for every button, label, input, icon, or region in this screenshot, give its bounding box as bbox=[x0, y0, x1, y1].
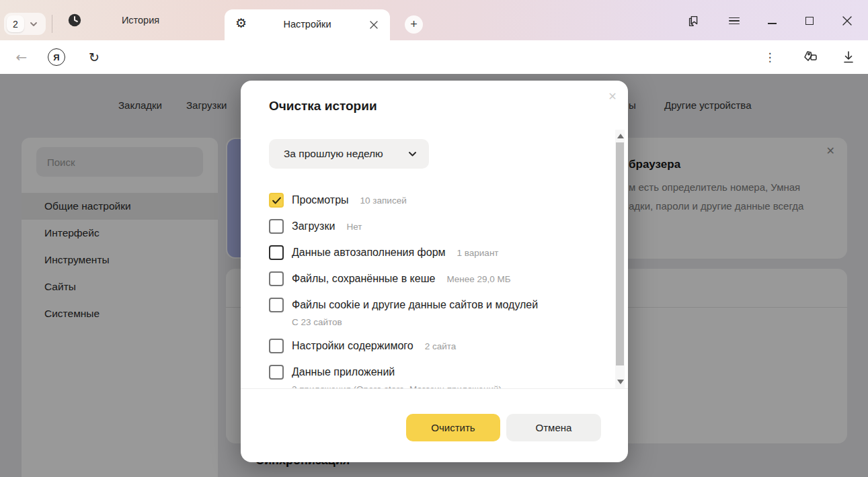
tab-close-icon[interactable] bbox=[367, 18, 381, 32]
clear-item-3: Данные автозаполнения форм1 вариант bbox=[269, 245, 585, 260]
clear-item-7: Данные приложений2 приложения (Opera sto… bbox=[269, 365, 585, 388]
yandex-logo-icon: Я bbox=[48, 48, 65, 66]
reload-button[interactable]: ↻ bbox=[85, 48, 104, 67]
chevron-down-icon[interactable] bbox=[26, 15, 42, 32]
browser-window: 2 История ⚙ Настройки + bbox=[0, 0, 868, 477]
omnibox-menu-button[interactable]: ⋮ bbox=[760, 48, 779, 67]
tab-counter-button[interactable]: 2 bbox=[4, 13, 46, 35]
clear-item-label: Просмотры bbox=[292, 194, 349, 206]
checkbox-checked[interactable] bbox=[269, 193, 284, 208]
chevron-down-icon bbox=[408, 151, 417, 157]
side-panels-button[interactable] bbox=[685, 12, 703, 30]
clear-item-detail: Нет bbox=[346, 222, 362, 232]
kebab-icon: ⋮ bbox=[764, 50, 776, 64]
tab-history[interactable]: История bbox=[59, 0, 222, 40]
scroll-up-icon[interactable] bbox=[617, 134, 624, 138]
close-window-button[interactable] bbox=[838, 12, 856, 30]
maximize-icon bbox=[805, 17, 814, 25]
back-button[interactable]: ← bbox=[12, 48, 31, 67]
page-content: Закладки Загрузки ы Другие устройства Об… bbox=[0, 74, 868, 477]
clear-button[interactable]: Очистить bbox=[406, 414, 500, 441]
dialog-close-icon[interactable]: ✕ bbox=[605, 89, 620, 103]
checkbox-unchecked[interactable] bbox=[269, 271, 284, 286]
clear-item-detail: 2 сайта bbox=[425, 341, 457, 351]
reload-icon: ↻ bbox=[89, 50, 100, 64]
extension-tag-icon bbox=[803, 49, 819, 65]
dialog-title: Очистка истории bbox=[269, 99, 377, 114]
dialog-scrollbar[interactable] bbox=[615, 130, 625, 388]
clear-item-4: Файлы, сохранённые в кешеМенее 29,0 МБ bbox=[269, 271, 585, 286]
checkbox-unchecked[interactable] bbox=[269, 245, 284, 260]
clear-item-label: Файлы, сохранённые в кеше bbox=[292, 273, 435, 285]
clear-item-label: Данные приложений bbox=[292, 366, 395, 378]
clear-item-1: Просмотры10 записей bbox=[269, 193, 585, 208]
clear-history-dialog: ✕ Очистка истории За прошлую неделю Прос… bbox=[241, 81, 628, 462]
downloads-button[interactable] bbox=[839, 48, 858, 67]
scrollbar-thumb[interactable] bbox=[616, 142, 624, 365]
tab-settings-label: Настройки bbox=[225, 19, 390, 30]
minimize-button[interactable] bbox=[763, 12, 781, 30]
clear-item-detail: С 23 сайтов bbox=[292, 317, 585, 327]
footer-divider bbox=[241, 388, 628, 389]
clear-item-2: ЗагрузкиНет bbox=[269, 219, 585, 234]
checkbox-unchecked[interactable] bbox=[269, 298, 284, 312]
dialog-scroll-area: За прошлую неделю Просмотры10 записейЗаг… bbox=[241, 130, 628, 388]
clear-items-list: Просмотры10 записейЗагрузкиНетДанные авт… bbox=[269, 193, 585, 388]
hamburger-bars bbox=[729, 15, 740, 27]
clear-item-label: Настройки содержимого bbox=[292, 340, 413, 352]
tab-count: 2 bbox=[7, 15, 24, 32]
clear-item-5: Файлы cookie и другие данные сайтов и мо… bbox=[269, 298, 585, 327]
clear-item-detail: 1 вариант bbox=[457, 248, 499, 258]
tab-settings[interactable]: ⚙ Настройки bbox=[225, 9, 390, 40]
clear-item-label: Файлы cookie и другие данные сайтов и мо… bbox=[292, 299, 538, 311]
menu-icon[interactable] bbox=[725, 12, 743, 30]
clear-item-label: Данные автозаполнения форм bbox=[292, 247, 446, 259]
period-select-value: За прошлую неделю bbox=[284, 148, 408, 160]
clear-item-6: Настройки содержимого2 сайта bbox=[269, 339, 585, 353]
checkbox-unchecked[interactable] bbox=[269, 219, 284, 234]
checkbox-unchecked[interactable] bbox=[269, 365, 284, 380]
minimize-icon bbox=[768, 23, 777, 24]
tabstrip-divider bbox=[52, 15, 52, 33]
cancel-button[interactable]: Отмена bbox=[506, 414, 601, 441]
maximize-button[interactable] bbox=[801, 12, 818, 30]
clear-item-detail: 10 записей bbox=[360, 196, 407, 206]
clear-item-detail: Менее 29,0 МБ bbox=[446, 274, 510, 284]
download-icon bbox=[842, 50, 855, 64]
clear-item-label: Загрузки bbox=[292, 220, 335, 232]
tab-strip: 2 История ⚙ Настройки + bbox=[0, 0, 868, 40]
new-tab-button[interactable]: + bbox=[405, 15, 423, 34]
yandex-home-button[interactable]: Я bbox=[47, 48, 66, 67]
extensions-button[interactable] bbox=[801, 48, 820, 67]
scroll-down-icon[interactable] bbox=[617, 380, 624, 384]
checkbox-unchecked[interactable] bbox=[269, 339, 284, 353]
period-select[interactable]: За прошлую неделю bbox=[269, 139, 429, 169]
tab-history-label: История bbox=[59, 15, 222, 26]
plus-icon: + bbox=[410, 17, 418, 32]
back-icon: ← bbox=[16, 49, 28, 65]
address-toolbar: ← Я ↻ Y settings Настройки ⋮ bbox=[0, 40, 868, 74]
